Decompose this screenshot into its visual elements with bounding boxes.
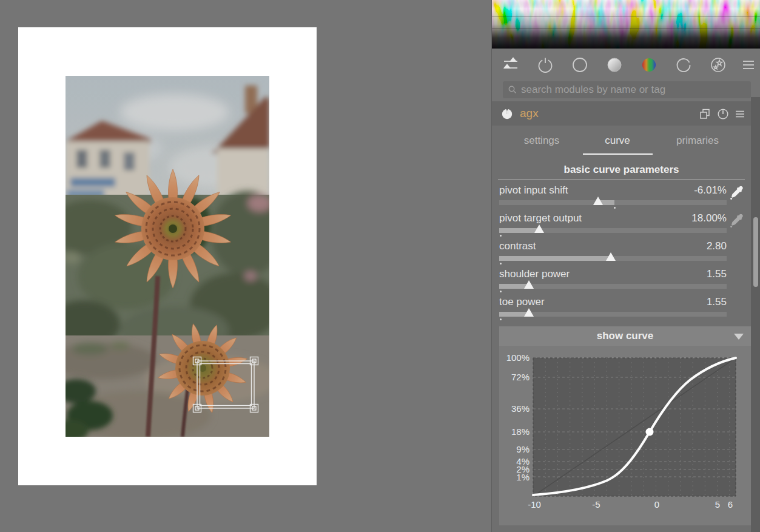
slider-shoulder-power[interactable]: shoulder power 1.55 (499, 268, 745, 295)
slider-toe-power[interactable]: toe power 1.55 (499, 296, 745, 323)
slider-thumb[interactable] (524, 308, 534, 317)
presets-menu-icon[interactable] (739, 56, 758, 74)
slider-label: pivot input shift (499, 184, 568, 197)
slider-contrast[interactable]: contrast 2.80 (499, 240, 745, 267)
slider-label: pivot target output (499, 212, 582, 224)
right-panel: agx settings curve primaries (491, 0, 760, 532)
svg-text:1%: 1% (516, 472, 530, 482)
slider-default-marker (500, 263, 502, 264)
slider-track[interactable] (499, 284, 727, 289)
module-title[interactable]: agx (520, 107, 539, 120)
slider-track[interactable] (499, 256, 727, 261)
svg-text:-10: -10 (528, 499, 541, 510)
chevron-down-icon[interactable] (734, 334, 744, 340)
preview-darken-overlay (66, 76, 269, 437)
x-axis-labels: -10 -5 0 5 6 (528, 499, 733, 510)
slider-fill (499, 256, 611, 261)
slider-track[interactable] (499, 200, 727, 205)
slider-value[interactable]: 18.00% (691, 212, 727, 224)
correction-group-icon[interactable] (674, 56, 693, 74)
slider-pivot-input-shift[interactable]: pivot input shift -6.01% (499, 184, 745, 211)
panel-scrollbar-track[interactable] (751, 97, 760, 532)
active-modules-icon[interactable] (502, 56, 520, 74)
color-group-icon[interactable] (640, 56, 658, 74)
slider-thumb[interactable] (524, 280, 534, 289)
module-header-agx[interactable]: agx (492, 101, 751, 126)
slider-thumb[interactable] (534, 224, 544, 233)
tone-curve-graph[interactable]: 100% 72% 36% 18% 9% 4% 2% 1% -10 -5 0 5 (499, 346, 751, 525)
svg-text:0: 0 (654, 499, 659, 510)
color-picker-icon[interactable] (729, 185, 745, 201)
presets-icon[interactable] (733, 107, 747, 121)
slider-track[interactable] (499, 228, 727, 233)
darktable-darkroom: agx settings curve primaries (0, 0, 760, 532)
slider-fill (499, 228, 539, 233)
slider-thumb[interactable] (606, 252, 616, 261)
curve-graph-panel: 100% 72% 36% 18% 9% 4% 2% 1% -10 -5 0 5 (499, 346, 751, 525)
slider-label: shoulder power (499, 268, 570, 280)
effects-group-icon[interactable] (709, 56, 727, 74)
active-tab-underline (583, 153, 653, 155)
technical-group-icon[interactable] (571, 56, 589, 74)
svg-text:9%: 9% (516, 444, 530, 454)
reset-icon[interactable] (716, 107, 730, 121)
svg-text:6: 6 (728, 499, 733, 510)
show-curve-label: show curve (499, 330, 751, 342)
slider-default-marker (500, 291, 502, 292)
slider-default-marker (500, 318, 502, 320)
tab-primaries[interactable]: primaries (672, 135, 723, 147)
basic-group-icon[interactable] (536, 56, 554, 74)
slider-value[interactable]: 1.55 (707, 268, 727, 280)
svg-text:72%: 72% (511, 372, 530, 382)
slider-thumb[interactable] (593, 197, 603, 205)
power-icon[interactable] (500, 107, 514, 121)
slider-value[interactable]: 1.55 (707, 296, 727, 308)
show-curve-header[interactable]: show curve (499, 326, 751, 346)
svg-text:36%: 36% (511, 403, 530, 414)
slider-pivot-target-output[interactable]: pivot target output 18.00% (499, 212, 745, 239)
module-body: settings curve primaries basic curve par… (492, 126, 751, 532)
search-input[interactable] (503, 81, 751, 98)
svg-text:-5: -5 (592, 499, 600, 510)
svg-text:5: 5 (715, 499, 720, 510)
slider-default-marker (500, 235, 502, 237)
panel-scrollbar-thumb[interactable] (753, 217, 758, 287)
svg-text:100%: 100% (506, 352, 530, 363)
pivot-point[interactable] (646, 428, 654, 436)
slider-label: contrast (499, 240, 536, 252)
slider-value[interactable]: -6.01% (694, 184, 727, 197)
slider-track[interactable] (499, 312, 727, 317)
multi-instance-icon[interactable] (698, 107, 711, 121)
color-picker-icon[interactable] (729, 213, 745, 229)
photo-view[interactable] (66, 76, 269, 437)
slider-value[interactable]: 2.80 (707, 240, 727, 252)
tab-settings[interactable]: settings (516, 135, 567, 147)
grading-group-icon[interactable] (605, 56, 624, 74)
slider-label: toe power (499, 296, 545, 308)
y-axis-labels: 100% 72% 36% 18% 9% 4% 2% 1% (506, 352, 530, 482)
module-group-toolbar (492, 52, 760, 78)
slider-default-marker (614, 207, 616, 209)
tab-curve[interactable]: curve (602, 135, 633, 147)
section-rule (498, 180, 745, 180)
section-title: basic curve parameters (492, 164, 751, 176)
waveform-scope[interactable] (492, 0, 760, 49)
svg-text:18%: 18% (511, 426, 530, 437)
